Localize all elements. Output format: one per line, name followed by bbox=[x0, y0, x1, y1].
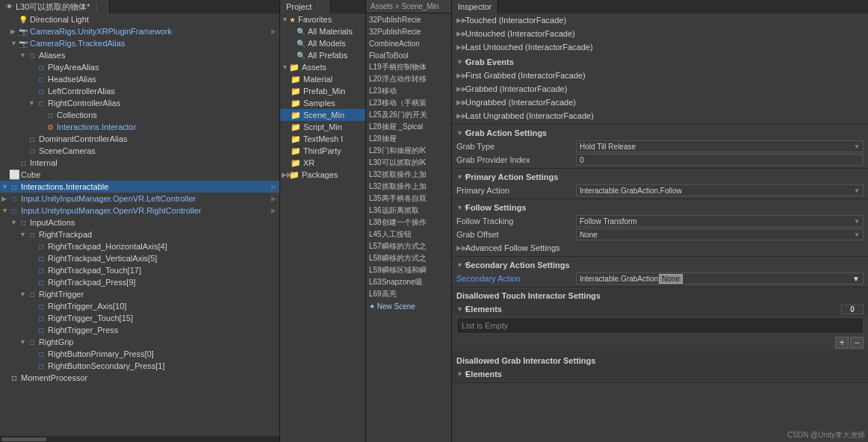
tree-item-scenecameras[interactable]: □ SceneCameras bbox=[0, 145, 279, 157]
asset-item-l20[interactable]: L20浮点动作转移 bbox=[366, 73, 451, 85]
tree-item-internal[interactable]: □ Internal bbox=[0, 157, 279, 169]
follow-settings-header[interactable]: ▼ Follow Settings bbox=[452, 201, 868, 214]
proj-thirdparty[interactable]: 📁 ThirdParty bbox=[280, 145, 365, 157]
last-untouched-row[interactable]: ▶ Last Untouched (InteractorFacade) bbox=[452, 40, 868, 54]
asset-item-l58[interactable]: L58瞬移的方式之 bbox=[366, 252, 451, 264]
asset-item-l32b[interactable]: L32抓取操作上加 bbox=[366, 181, 451, 193]
proj-all-models[interactable]: 🔍 All Models bbox=[280, 37, 365, 49]
proj-xr[interactable]: 📁 XR bbox=[280, 157, 365, 169]
proj-all-prefabs[interactable]: 🔍 All Prefabs bbox=[280, 49, 365, 61]
asset-item-l29[interactable]: L29门和抽屉的IK bbox=[366, 145, 451, 157]
tree-item-righttrackpad[interactable]: □ RightTrackpad bbox=[0, 228, 279, 240]
asset-item-l36[interactable]: L36远距离抓取 bbox=[366, 205, 451, 217]
asset-item-l28b[interactable]: L28抽屉 bbox=[366, 133, 451, 145]
tree-item-inputactions[interactable]: □ InputActions bbox=[0, 217, 279, 228]
asset-item-l23a[interactable]: L23移动 bbox=[366, 85, 451, 97]
tree-item-btn-primary[interactable]: □ RightButtonPrimary_Press[0] bbox=[0, 348, 279, 360]
asset-item-l28a[interactable]: L28抽屉 _Spical bbox=[366, 121, 451, 133]
secondary-action-field[interactable]: Interactable.GrabAction None ▼ bbox=[576, 273, 864, 284]
first-grabbed-row[interactable]: ▶ First Grabbed (InteractorFacade) bbox=[452, 69, 868, 82]
tree-item-playarea[interactable]: □ PlayAreaAlias bbox=[0, 61, 279, 73]
hierarchy-tab[interactable]: 👁 L30可以抓取的物体* ⋮ bbox=[0, 0, 110, 13]
asset-item-l57[interactable]: L57瞬移的方式之 bbox=[366, 240, 451, 252]
asset-item-32publish1[interactable]: 32PublishRecie bbox=[366, 13, 451, 25]
asset-item-l63[interactable]: L63Snapzone吸 bbox=[366, 276, 451, 288]
disallowed-grab-header[interactable]: Disallowed Grab Interactor Settings bbox=[452, 354, 868, 367]
asset-item-l32a[interactable]: L32抓取操作上加 bbox=[366, 169, 451, 181]
tree-item-leftcontroller[interactable]: □ LeftControllerAlias bbox=[0, 85, 279, 97]
proj-material[interactable]: 📁 Material bbox=[280, 73, 365, 85]
tree-item-dominant[interactable]: □ DominantControllerAlias bbox=[0, 133, 279, 145]
hierarchy-menu-icon[interactable]: ⋮ bbox=[90, 2, 103, 12]
tree-item-camerarigs-tracked[interactable]: 📷 CameraRigs.TrackedAlias bbox=[0, 37, 279, 49]
asset-item-l69[interactable]: L69高亮 bbox=[366, 288, 451, 300]
asset-item-combine[interactable]: CombineAction bbox=[366, 37, 451, 49]
tree-item-momentprocessor[interactable]: □ MomentProcessor bbox=[0, 372, 279, 384]
tree-item-input-right[interactable]: □ Input.UnityInputManager.OpenVR.RightCo… bbox=[0, 205, 279, 217]
tree-item-interactable[interactable]: □ Interactions.Interactable ▶ bbox=[0, 181, 279, 193]
inspector-tab[interactable]: Inspector bbox=[452, 0, 498, 13]
project-tab[interactable]: Project ⋮ bbox=[280, 0, 331, 13]
touched-row[interactable]: ▶ Touched (InteractorFacade) bbox=[452, 13, 868, 27]
hierarchy-hscrollbar[interactable] bbox=[0, 436, 279, 442]
untouched-row[interactable]: ▶ Untouched (InteractorFacade) bbox=[452, 27, 868, 40]
tree-item-headset[interactable]: □ HeadsetAlias bbox=[0, 73, 279, 85]
proj-all-materials[interactable]: 🔍 All Materials bbox=[280, 25, 365, 37]
asset-item-l35[interactable]: L35两手柄各自双 bbox=[366, 193, 451, 205]
tree-item-trigger-axis[interactable]: □ RightTrigger_Axis[10] bbox=[0, 300, 279, 312]
remove-element-button[interactable]: − bbox=[850, 337, 864, 349]
tree-item-trackpad-v[interactable]: □ RightTrackpad_VerticalAxis[5] bbox=[0, 252, 279, 264]
disallowed-touch-header[interactable]: Disallowed Touch Interactor Settings bbox=[452, 289, 868, 302]
tree-item-interactions-interactor[interactable]: ⚙ Interactions.Interactor bbox=[0, 121, 279, 133]
asset-item-l59[interactable]: L59瞬移区域和瞬 bbox=[366, 264, 451, 276]
asset-item-l38[interactable]: L38创建一个操作 bbox=[366, 217, 451, 228]
follow-tracking-dropdown[interactable]: Follow Transform ▼ bbox=[576, 215, 864, 227]
last-ungrabbed-row[interactable]: ▶ Last Ungrabbed (InteractorFacade) bbox=[452, 109, 868, 122]
grab-events-header[interactable]: ▼ Grab Events bbox=[452, 55, 868, 69]
secondary-action-header[interactable]: ▼ Secondary Action Settings bbox=[452, 258, 868, 272]
ungrabbed-row[interactable]: ▶ Ungrabbed (InteractorFacade) bbox=[452, 96, 868, 109]
proj-script-min[interactable]: 📁 Script_Min bbox=[280, 121, 365, 133]
grab-action-header[interactable]: ▼ Grab Action Settings bbox=[452, 126, 868, 140]
asset-item-new-scene[interactable]: ✦ New Scene bbox=[366, 300, 451, 312]
proj-textmesh[interactable]: 📁 TextMesh I bbox=[280, 133, 365, 145]
advanced-follow-row[interactable]: ▶ Advanced Follow Settings bbox=[452, 241, 868, 255]
grab-type-dropdown[interactable]: Hold Till Release ▼ bbox=[576, 140, 864, 152]
asset-item-l23b[interactable]: L23移动（手柄策 bbox=[366, 97, 451, 109]
add-element-button[interactable]: + bbox=[835, 337, 849, 349]
tree-item-aliases[interactable]: □ Aliases bbox=[0, 49, 279, 61]
grab-offset-dropdown[interactable]: None ▼ bbox=[576, 228, 864, 240]
tree-item-trackpad-press[interactable]: □ RightTrackpad_Press[9] bbox=[0, 276, 279, 288]
asset-item-l19[interactable]: L19手柄控制物体 bbox=[366, 61, 451, 73]
grabbed-row[interactable]: ▶ Grabbed (InteractorFacade) bbox=[452, 82, 868, 96]
tree-item-rightcontroller[interactable]: □ RightControllerAlias bbox=[0, 97, 279, 109]
proj-favorites[interactable]: ★ Favorites bbox=[280, 13, 365, 25]
proj-prefab-min[interactable]: 📁 Prefab_Min bbox=[280, 85, 365, 97]
asset-item-32publish2[interactable]: 32PublishRecie bbox=[366, 25, 451, 37]
proj-assets[interactable]: ▼ 📁 Assets bbox=[280, 61, 365, 73]
proj-samples[interactable]: 📁 Samples bbox=[280, 97, 365, 109]
tree-item-righttrigger[interactable]: □ RightTrigger bbox=[0, 288, 279, 300]
scrollbar-thumb[interactable] bbox=[1, 438, 46, 441]
tree-item-trackpad-h[interactable]: □ RightTrackpad_HorizontalAxis[4] bbox=[0, 240, 279, 252]
tree-item-btn-secondary[interactable]: □ RightButtonSecondary_Press[1] bbox=[0, 360, 279, 372]
asset-item-l45[interactable]: L45人工按钮 bbox=[366, 228, 451, 240]
asset-item-l30[interactable]: L30可以抓取的IK bbox=[366, 157, 451, 169]
tree-item-directional-light[interactable]: 💡 Directional Light bbox=[0, 13, 279, 25]
asset-item-l25[interactable]: L25及26门的开关 bbox=[366, 109, 451, 121]
primary-action-dropdown[interactable]: Interactable.GrabAction.Follow ▼ bbox=[576, 184, 864, 196]
asset-item-float[interactable]: FloatToBool bbox=[366, 49, 451, 61]
tree-item-trigger-press[interactable]: □ RightTrigger_Press bbox=[0, 324, 279, 336]
tree-item-input-left[interactable]: □ Input.UnityInputManager.OpenVR.LeftCon… bbox=[0, 193, 279, 205]
tree-item-rightgrip[interactable]: □ RightGrip bbox=[0, 336, 279, 348]
tree-item-trackpad-touch[interactable]: □ RightTrackpad_Touch[17] bbox=[0, 264, 279, 276]
proj-packages[interactable]: ▶ 📁 Packages bbox=[280, 169, 365, 181]
primary-action-header[interactable]: ▼ Primary Action Settings bbox=[452, 170, 868, 184]
tree-item-collections[interactable]: □ Collections bbox=[0, 109, 279, 121]
tree-item-trigger-touch[interactable]: □ RightTrigger_Touch[15] bbox=[0, 312, 279, 324]
project-menu-icon[interactable]: ⋮ bbox=[311, 2, 324, 12]
tree-item-cube[interactable]: ⬜ Cube bbox=[0, 169, 279, 181]
grab-provider-field[interactable]: 0 bbox=[576, 154, 864, 166]
proj-scene-min[interactable]: 📁 Scene_Min bbox=[280, 109, 365, 121]
tree-item-camerarigs-unity[interactable]: 📷 CameraRigs.UnityXRPluginFramework ▶ bbox=[0, 25, 279, 37]
